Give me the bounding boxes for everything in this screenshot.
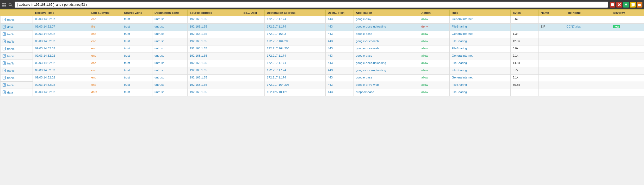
col-header-subtype[interactable]: Log Subtype <box>89 10 122 16</box>
app-cell: dropbox-base <box>354 89 419 96</box>
folder-icon-btn[interactable] <box>637 2 642 8</box>
subtype-cell: end <box>89 31 122 38</box>
row-icon[interactable] <box>3 54 6 58</box>
dstaddr-cell: 172.217.1.174 <box>265 16 326 24</box>
rule-cell: FileSharing <box>450 82 511 89</box>
rcvtime-cell: 09/03 14:52:02 <box>33 60 89 67</box>
subtype-cell: end <box>89 82 122 89</box>
col-header-severity[interactable]: Severity <box>611 10 644 16</box>
rule-cell: FileSharing <box>450 67 511 74</box>
logtype-cell: traffic <box>0 67 33 74</box>
filename-cell <box>564 45 611 52</box>
filename-cell <box>564 52 611 60</box>
row-icon[interactable] <box>3 83 6 87</box>
search-icon[interactable] <box>8 2 13 7</box>
col-header-logtype[interactable] <box>0 10 33 16</box>
filename-cell <box>564 67 611 74</box>
col-header-dstport[interactable]: Desti... Port <box>325 10 354 16</box>
rcvtime-cell: 09/03 14:52:02 <box>33 45 89 52</box>
logtype-text: traffic <box>7 40 15 43</box>
souser-cell <box>241 52 265 60</box>
svg-rect-26 <box>3 47 5 50</box>
srcaddr-cell: 192.168.1.65 <box>187 60 241 67</box>
rcvtime-cell: 09/03 14:52:02 <box>33 67 89 74</box>
souser-cell <box>241 60 265 67</box>
table-row: traffic09/03 14:52:02endtrustuntrust192.… <box>0 82 644 89</box>
table-container: Receive Time Log Subtype Source Zone Des… <box>0 9 644 185</box>
name-cell <box>538 52 564 60</box>
srcaddr-cell: 192.168.1.65 <box>187 38 241 45</box>
col-header-filename[interactable]: File Name <box>564 10 611 16</box>
dstport-cell: 443 <box>325 67 354 74</box>
dstport-cell: 443 <box>325 31 354 38</box>
action-cell: allow <box>419 82 450 89</box>
row-icon[interactable] <box>3 39 6 44</box>
grid-icon[interactable] <box>2 2 7 7</box>
souser-cell <box>241 67 265 74</box>
rule-cell: FileSharing <box>450 60 511 67</box>
dstzone-cell: untrust <box>152 45 188 52</box>
row-icon[interactable] <box>3 18 6 22</box>
table-row: traffic09/03 14:52:02endtrustuntrust192.… <box>0 45 644 52</box>
logtype-text: traffic <box>7 76 15 80</box>
app-cell: google-base <box>354 31 419 38</box>
rule-cell: GeneralInternet <box>450 74 511 82</box>
col-header-srcaddr[interactable]: Source address <box>187 10 241 16</box>
souser-cell <box>241 74 265 82</box>
row-icon[interactable] <box>3 61 6 65</box>
subtype-cell: file <box>89 23 122 31</box>
row-icon[interactable] <box>3 76 6 80</box>
filename-cell <box>564 60 611 67</box>
rcvtime-cell: 09/03 14:52:02 <box>33 31 89 38</box>
rule-cell: GeneralInternet <box>450 31 511 38</box>
dstport-cell: 443 <box>325 89 354 96</box>
table-row: data09/03 14:52:07filetrustuntrust192.16… <box>0 23 644 31</box>
row-icon[interactable] <box>3 47 6 51</box>
col-header-souser[interactable]: So... User <box>241 10 265 16</box>
stop-icon-btn[interactable] <box>610 2 615 8</box>
col-header-dstaddr[interactable]: Destination address <box>265 10 326 16</box>
row-icon[interactable] <box>3 69 6 73</box>
action-cell: allow <box>419 16 450 24</box>
copy-icon-btn[interactable] <box>630 2 636 8</box>
col-header-rule[interactable]: Rule <box>450 10 511 16</box>
row-icon[interactable] <box>3 32 6 36</box>
subtype-cell: end <box>89 74 122 82</box>
col-header-rcvtime[interactable]: Receive Time <box>33 10 89 16</box>
col-header-dstzone[interactable]: Destination Zone <box>152 10 188 16</box>
svg-rect-32 <box>3 62 5 65</box>
row-icon[interactable] <box>3 25 6 29</box>
dstzone-cell: untrust <box>152 52 188 60</box>
add-icon-btn[interactable] <box>623 2 629 8</box>
filename-cell <box>564 31 611 38</box>
col-header-action[interactable]: Action <box>419 10 450 16</box>
col-header-name[interactable]: Name <box>538 10 564 16</box>
col-header-bytes[interactable]: Bytes <box>510 10 538 16</box>
row-icon[interactable] <box>3 90 6 95</box>
svg-rect-35 <box>3 69 5 72</box>
srcaddr-cell: 192.168.1.65 <box>187 67 241 74</box>
action-cell: allow <box>419 89 450 96</box>
search-input[interactable] <box>17 3 606 6</box>
app-cell: google-play <box>354 16 419 24</box>
search-input-wrapper[interactable] <box>15 2 608 8</box>
dstport-cell: 443 <box>325 60 354 67</box>
col-header-srczone[interactable]: Source Zone <box>122 10 152 16</box>
rcvtime-cell: 09/03 14:52:02 <box>33 82 89 89</box>
logtype-text: traffic <box>7 69 15 72</box>
svg-rect-2 <box>2 5 4 6</box>
severity-cell <box>611 45 644 52</box>
name-cell <box>538 60 564 67</box>
logtype-cell: traffic <box>0 82 33 89</box>
severity-cell <box>611 67 644 74</box>
severity-cell <box>611 60 644 67</box>
srcaddr-cell: 192.168.1.65 <box>187 52 241 60</box>
dstport-cell: 443 <box>325 16 354 24</box>
col-header-app[interactable]: Application <box>354 10 419 16</box>
filename-cell <box>564 89 611 96</box>
logtype-text: traffic <box>7 18 15 21</box>
severity-cell: low <box>611 23 644 31</box>
close-icon-btn[interactable] <box>616 2 622 8</box>
action-cell: deny <box>419 23 450 31</box>
dstaddr-cell: 172.217.1.174 <box>265 52 326 60</box>
